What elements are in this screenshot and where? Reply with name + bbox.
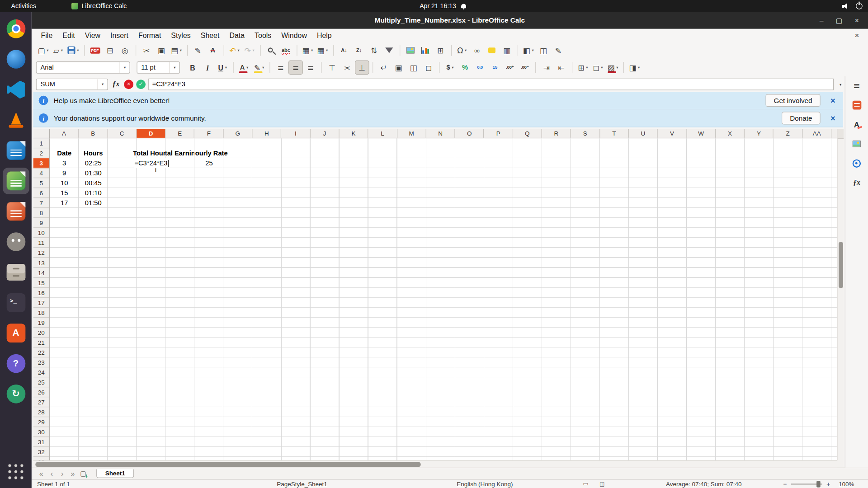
donate-button[interactable]: Donate — [782, 112, 821, 124]
files-dock-button[interactable] — [3, 259, 29, 286]
menu-insert[interactable]: Insert — [105, 30, 133, 41]
formula-input[interactable]: =C3*24*E3 — [148, 78, 834, 90]
select-all-corner[interactable] — [33, 129, 50, 138]
row-header-33[interactable]: 33 — [33, 457, 49, 460]
cells-area[interactable]: I DateHoursTotal HoursTotal EarningsHour… — [50, 138, 837, 460]
document-modified-icon[interactable]: ◫ — [599, 480, 605, 488]
column-header-AA[interactable]: AA — [802, 129, 831, 138]
column-header-N[interactable]: N — [426, 129, 455, 138]
thunderbird-dock-button[interactable] — [3, 46, 29, 73]
borders-button[interactable]: ⊞▾ — [576, 60, 590, 75]
software-updater-dock-button[interactable] — [3, 380, 29, 407]
row-header-2[interactable]: 2 — [33, 148, 49, 158]
save-button[interactable]: ▾ — [66, 43, 80, 58]
row-header-28[interactable]: 28 — [33, 407, 49, 417]
row-header-25[interactable]: 25 — [33, 377, 49, 387]
row-header-12[interactable]: 12 — [33, 248, 49, 258]
name-box[interactable]: SUM ▾ — [36, 78, 108, 90]
wrap-text-button[interactable]: ↵ — [377, 60, 391, 75]
cell-B2[interactable]: Hours — [79, 148, 108, 158]
cell-A6[interactable]: 15 — [50, 188, 79, 198]
menu-file[interactable]: File — [36, 30, 58, 41]
column-header-R[interactable]: R — [542, 129, 571, 138]
undo-dropdown[interactable]: ▾ — [237, 48, 239, 53]
previous-sheet-button[interactable]: ‹ — [47, 470, 57, 477]
find-and-replace-button[interactable] — [264, 43, 278, 58]
column-header-J[interactable]: J — [311, 129, 340, 138]
row-header-7[interactable]: 7 — [33, 198, 49, 208]
paste-dropdown[interactable]: ▾ — [180, 48, 182, 53]
menu-data[interactable]: Data — [224, 30, 250, 41]
export-pdf-button[interactable]: PDF — [88, 43, 102, 58]
row-header-18[interactable]: 18 — [33, 308, 49, 318]
sidebar-settings-button[interactable]: ≡ — [849, 79, 864, 93]
font-color-button[interactable]: A▾ — [237, 60, 251, 75]
system-tray[interactable] — [842, 3, 862, 9]
infobar-close-button[interactable]: × — [830, 113, 835, 123]
cell-E2[interactable]: Total Earnings — [165, 148, 194, 158]
align-center-button[interactable]: ≡ — [288, 60, 303, 75]
close-window-button[interactable]: × — [853, 16, 862, 24]
row-header-4[interactable]: 4 — [33, 168, 49, 178]
google-chrome-dock-button[interactable] — [3, 15, 29, 42]
cell-B5[interactable]: 00:45 — [79, 178, 108, 188]
cancel-button[interactable]: × — [124, 80, 133, 89]
column-header-F[interactable]: F — [194, 129, 223, 138]
row-header-31[interactable]: 31 — [33, 437, 49, 447]
menu-styles[interactable]: Styles — [166, 30, 195, 41]
row-header-6[interactable]: 6 — [33, 188, 49, 198]
expand-formula-bar-icon[interactable]: ▾ — [840, 82, 841, 87]
row-header-13[interactable]: 13 — [33, 258, 49, 268]
column-header-P[interactable]: P — [484, 129, 513, 138]
bold-button[interactable]: B — [185, 60, 200, 75]
conditional-formatting-dropdown[interactable]: ▾ — [638, 65, 640, 70]
column-header-W[interactable]: W — [687, 129, 716, 138]
column-header-O[interactable]: O — [455, 129, 484, 138]
row-header-29[interactable]: 29 — [33, 417, 49, 427]
libreoffice-calc-dock-button[interactable] — [3, 168, 29, 194]
format-number-button[interactable]: 0.0 — [473, 60, 487, 75]
add-decimal-place-button[interactable]: .00⁺ — [503, 60, 517, 75]
gimp-dock-button[interactable] — [3, 229, 29, 255]
open-dropdown[interactable]: ▾ — [61, 48, 63, 53]
cell-B7[interactable]: 01:50 — [79, 198, 108, 208]
row-header-20[interactable]: 20 — [33, 328, 49, 338]
column-header-I[interactable]: I — [282, 129, 311, 138]
spelling-button[interactable]: abc — [279, 43, 293, 58]
row-header-21[interactable]: 21 — [33, 338, 49, 347]
special-character-button[interactable]: Ω▾ — [455, 43, 469, 58]
column-header-M[interactable]: M — [397, 129, 426, 138]
row-header-10[interactable]: 10 — [33, 228, 49, 238]
first-sheet-button[interactable]: « — [36, 470, 47, 477]
horizontal-scrollbar[interactable] — [33, 460, 837, 468]
zoom-slider-thumb[interactable] — [816, 481, 821, 488]
row-header-30[interactable]: 30 — [33, 427, 49, 437]
cell-B6[interactable]: 01:10 — [79, 188, 108, 198]
styles-deck-button[interactable]: A — [849, 117, 864, 132]
row-header-26[interactable]: 26 — [33, 387, 49, 397]
cell-F3[interactable]: 25 — [194, 158, 223, 168]
add-sheet-button[interactable]: ▢ — [78, 470, 89, 478]
vlc-dock-button[interactable] — [3, 107, 29, 133]
new-button[interactable]: ▢▾ — [36, 43, 51, 58]
row-header-17[interactable]: 17 — [33, 298, 49, 308]
ubuntu-software-dock-button[interactable] — [3, 320, 29, 347]
next-sheet-button[interactable]: › — [57, 470, 67, 477]
increase-indent-button[interactable]: ⇥ — [539, 60, 554, 75]
save-dropdown[interactable]: ▾ — [77, 48, 79, 53]
freeze-rows-columns-button[interactable]: ◧▾ — [521, 43, 536, 58]
border-color-dropdown[interactable]: ▾ — [616, 65, 618, 70]
insert-chart-button[interactable] — [418, 43, 433, 58]
accept-button[interactable]: ✓ — [136, 80, 146, 89]
hyperlink-button[interactable]: ∞ — [470, 43, 484, 58]
column-header-U[interactable]: U — [629, 129, 658, 138]
vscode-dock-button[interactable] — [3, 76, 29, 103]
zoom-level[interactable]: 100% — [839, 480, 854, 488]
merge-and-center-button[interactable]: ▣ — [392, 60, 406, 75]
autofilter-button[interactable] — [382, 43, 396, 58]
cell-B4[interactable]: 01:30 — [79, 168, 108, 178]
show-draw-functions-button[interactable]: ✎ — [551, 43, 566, 58]
column-header-E[interactable]: E — [165, 129, 194, 138]
minimize-button[interactable]: – — [817, 16, 826, 24]
cell-editor[interactable]: =C3*24*E3 — [134, 158, 170, 168]
